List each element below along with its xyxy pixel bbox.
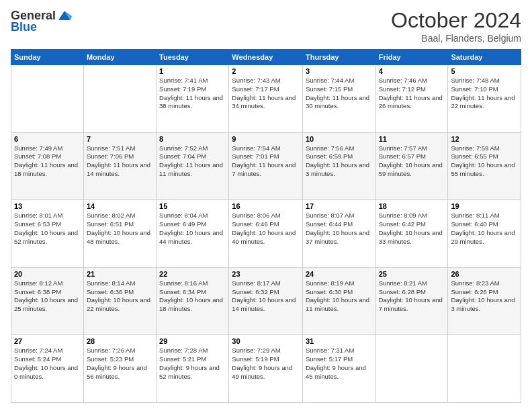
day-number: 14 [87,202,153,210]
calendar-cell: 17Sunrise: 8:07 AMSunset: 6:44 PMDayligh… [302,200,375,268]
day-info: Sunrise: 8:21 AMSunset: 6:28 PMDaylight:… [379,279,445,314]
day-number: 23 [232,270,300,278]
day-number: 9 [232,135,300,143]
day-number: 2 [232,67,300,75]
calendar-table: SundayMondayTuesdayWednesdayThursdayFrid… [11,49,521,403]
calendar-week-row: 1Sunrise: 7:41 AMSunset: 7:19 PMDaylight… [11,65,521,133]
calendar-cell: 4Sunrise: 7:46 AMSunset: 7:12 PMDaylight… [375,65,448,133]
day-number: 26 [451,270,518,278]
day-info: Sunrise: 7:48 AMSunset: 7:10 PMDaylight:… [451,77,518,111]
day-number: 5 [451,67,518,75]
day-info: Sunrise: 8:16 AMSunset: 6:34 PMDaylight:… [159,279,226,314]
weekday-header: Friday [375,50,448,65]
calendar-week-row: 20Sunrise: 8:12 AMSunset: 6:38 PMDayligh… [11,267,521,335]
calendar-cell [448,335,521,403]
day-number: 21 [87,270,153,278]
day-info: Sunrise: 8:07 AMSunset: 6:44 PMDaylight:… [306,212,373,246]
calendar-cell: 16Sunrise: 8:06 AMSunset: 6:46 PMDayligh… [229,200,303,268]
calendar-cell: 19Sunrise: 8:11 AMSunset: 6:40 PMDayligh… [448,200,521,268]
day-info: Sunrise: 7:43 AMSunset: 7:17 PMDaylight:… [232,77,300,111]
day-info: Sunrise: 7:44 AMSunset: 7:15 PMDaylight:… [306,77,373,111]
day-info: Sunrise: 7:41 AMSunset: 7:19 PMDaylight:… [159,77,226,111]
calendar-week-row: 27Sunrise: 7:24 AMSunset: 5:24 PMDayligh… [11,335,521,403]
logo-blue: Blue [11,20,37,34]
calendar-cell: 29Sunrise: 7:28 AMSunset: 5:21 PMDayligh… [157,335,229,403]
day-number: 4 [379,67,445,75]
day-info: Sunrise: 7:59 AMSunset: 6:55 PMDaylight:… [451,144,518,179]
calendar-week-row: 13Sunrise: 8:01 AMSunset: 6:53 PMDayligh… [11,200,521,268]
day-number: 25 [379,270,445,278]
day-info: Sunrise: 7:31 AMSunset: 5:17 PMDaylight:… [306,347,373,381]
day-info: Sunrise: 8:04 AMSunset: 6:49 PMDaylight:… [159,212,226,246]
calendar-cell: 14Sunrise: 8:02 AMSunset: 6:51 PMDayligh… [83,200,156,268]
calendar-cell [83,65,156,133]
weekday-header: Thursday [302,50,375,65]
day-info: Sunrise: 8:09 AMSunset: 6:42 PMDaylight:… [379,212,445,246]
calendar-cell: 11Sunrise: 7:57 AMSunset: 6:57 PMDayligh… [375,132,448,200]
weekday-header: Monday [83,50,156,65]
day-number: 3 [306,67,373,75]
calendar-cell: 31Sunrise: 7:31 AMSunset: 5:17 PMDayligh… [302,335,375,403]
calendar-cell: 12Sunrise: 7:59 AMSunset: 6:55 PMDayligh… [448,132,521,200]
logo-icon [57,8,72,23]
day-info: Sunrise: 8:12 AMSunset: 6:38 PMDaylight:… [14,279,81,314]
day-info: Sunrise: 7:52 AMSunset: 7:04 PMDaylight:… [159,144,226,179]
calendar-cell: 27Sunrise: 7:24 AMSunset: 5:24 PMDayligh… [11,335,84,403]
day-number: 27 [14,337,81,345]
day-number: 22 [159,270,226,278]
day-info: Sunrise: 8:19 AMSunset: 6:30 PMDaylight:… [306,279,373,314]
day-number: 28 [87,337,153,345]
calendar-week-row: 6Sunrise: 7:49 AMSunset: 7:08 PMDaylight… [11,132,521,200]
calendar-cell: 8Sunrise: 7:52 AMSunset: 7:04 PMDaylight… [157,132,229,200]
header: General Blue October 2024 Baal, Flanders… [11,8,521,44]
calendar-cell: 18Sunrise: 8:09 AMSunset: 6:42 PMDayligh… [375,200,448,268]
day-info: Sunrise: 8:23 AMSunset: 6:26 PMDaylight:… [451,279,518,314]
calendar-cell: 7Sunrise: 7:51 AMSunset: 7:06 PMDaylight… [83,132,156,200]
day-number: 18 [379,202,445,210]
day-info: Sunrise: 7:29 AMSunset: 5:19 PMDaylight:… [232,347,300,381]
calendar-cell: 1Sunrise: 7:41 AMSunset: 7:19 PMDaylight… [157,65,229,133]
day-number: 6 [14,135,81,143]
day-info: Sunrise: 8:14 AMSunset: 6:36 PMDaylight:… [87,279,153,314]
day-info: Sunrise: 8:17 AMSunset: 6:32 PMDaylight:… [232,279,300,314]
calendar-cell: 25Sunrise: 8:21 AMSunset: 6:28 PMDayligh… [375,267,448,335]
logo: General Blue [11,8,72,34]
calendar-cell: 21Sunrise: 8:14 AMSunset: 6:36 PMDayligh… [83,267,156,335]
calendar-cell: 5Sunrise: 7:48 AMSunset: 7:10 PMDaylight… [448,65,521,133]
day-number: 7 [87,135,153,143]
day-number: 31 [306,337,373,345]
calendar-cell: 24Sunrise: 8:19 AMSunset: 6:30 PMDayligh… [302,267,375,335]
day-number: 29 [159,337,226,345]
day-number: 30 [232,337,300,345]
calendar-cell: 28Sunrise: 7:26 AMSunset: 5:23 PMDayligh… [83,335,156,403]
calendar-cell: 13Sunrise: 8:01 AMSunset: 6:53 PMDayligh… [11,200,84,268]
day-number: 1 [159,67,226,75]
day-number: 24 [306,270,373,278]
calendar-cell: 20Sunrise: 8:12 AMSunset: 6:38 PMDayligh… [11,267,84,335]
day-info: Sunrise: 7:24 AMSunset: 5:24 PMDaylight:… [14,347,81,381]
day-info: Sunrise: 7:28 AMSunset: 5:21 PMDaylight:… [159,347,226,381]
day-info: Sunrise: 8:02 AMSunset: 6:51 PMDaylight:… [87,212,153,246]
location: Baal, Flanders, Belgium [391,33,521,44]
calendar-cell: 6Sunrise: 7:49 AMSunset: 7:08 PMDaylight… [11,132,84,200]
calendar-cell: 9Sunrise: 7:54 AMSunset: 7:01 PMDaylight… [229,132,303,200]
month-title: October 2024 [391,8,521,33]
page: General Blue October 2024 Baal, Flanders… [0,0,532,411]
calendar-cell: 10Sunrise: 7:56 AMSunset: 6:59 PMDayligh… [302,132,375,200]
day-info: Sunrise: 8:11 AMSunset: 6:40 PMDaylight:… [451,212,518,246]
weekday-header: Sunday [11,50,84,65]
day-number: 17 [306,202,373,210]
weekday-header: Saturday [448,50,521,65]
calendar-cell: 15Sunrise: 8:04 AMSunset: 6:49 PMDayligh… [157,200,229,268]
calendar-cell: 30Sunrise: 7:29 AMSunset: 5:19 PMDayligh… [229,335,303,403]
weekday-header: Wednesday [229,50,303,65]
calendar-cell [11,65,84,133]
header-right: October 2024 Baal, Flanders, Belgium [391,8,521,44]
calendar-cell: 26Sunrise: 8:23 AMSunset: 6:26 PMDayligh… [448,267,521,335]
day-number: 20 [14,270,81,278]
day-info: Sunrise: 7:51 AMSunset: 7:06 PMDaylight:… [87,144,153,179]
calendar-cell: 22Sunrise: 8:16 AMSunset: 6:34 PMDayligh… [157,267,229,335]
day-info: Sunrise: 7:26 AMSunset: 5:23 PMDaylight:… [87,347,153,381]
calendar-cell: 23Sunrise: 8:17 AMSunset: 6:32 PMDayligh… [229,267,303,335]
day-number: 11 [379,135,445,143]
